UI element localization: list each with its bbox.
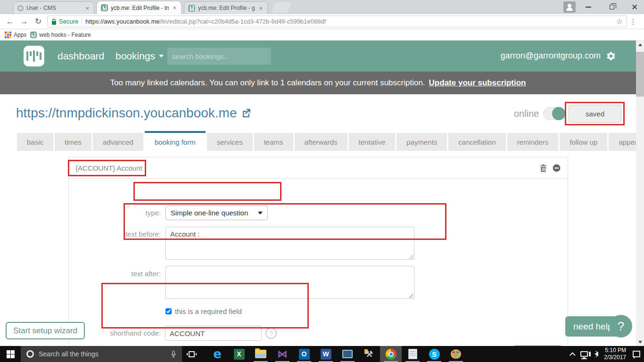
text-before-textarea[interactable]: Account : (165, 227, 414, 260)
browser-tab-edit-profile-tnm[interactable]: ycb.me: Edit Profile - tnm × (97, 1, 181, 14)
start-button[interactable] (0, 346, 21, 362)
tab-afterwards[interactable]: afterwards (295, 133, 347, 151)
tab-teams[interactable]: teams (254, 133, 293, 151)
url-field[interactable]: Secure https://aws.youcanbook.me/lin/edi… (47, 16, 627, 27)
volume-icon[interactable] (594, 352, 598, 356)
tab-close-icon[interactable]: × (84, 5, 90, 12)
secure-badge[interactable]: Secure (51, 18, 78, 25)
collapse-minus-icon[interactable] (552, 164, 561, 173)
taskbar-console-icon[interactable] (337, 346, 358, 362)
network-icon[interactable] (580, 351, 588, 357)
tab-reminders[interactable]: reminders (507, 133, 559, 151)
window-close-button[interactable]: ✕ (625, 0, 644, 14)
lock-icon (51, 18, 57, 25)
type-label: type: (95, 209, 161, 217)
search-input[interactable] (172, 52, 266, 60)
taskbar-edge-icon[interactable]: e (206, 346, 228, 362)
tab-appearance[interactable]: appearance (609, 133, 636, 151)
text-after-textarea[interactable] (165, 266, 414, 299)
browser-tab-title: ycb.me: Edit Profile - tnm (111, 5, 169, 11)
new-tab-button[interactable] (272, 2, 291, 13)
browser-tab-edit-profile-gar[interactable]: ycb.me: Edit Profile - gar × (184, 1, 268, 14)
taskbar-word-icon[interactable]: W (315, 346, 337, 362)
trash-icon[interactable] (539, 164, 547, 173)
tab-payments[interactable]: payments (396, 133, 447, 151)
taskbar-chrome-icon[interactable] (380, 346, 402, 362)
taskbar-excel-icon[interactable]: X (228, 346, 250, 362)
text-before-label: text before: (95, 230, 161, 238)
tab-cancellation[interactable]: cancellation (448, 133, 505, 151)
tray-chevron-up-icon[interactable] (570, 352, 576, 358)
bookmark-web-hooks[interactable]: web hooks - Feature (30, 32, 91, 38)
account-email[interactable]: garron@garrontgroup.com (501, 51, 601, 61)
tab-services[interactable]: services (207, 133, 253, 151)
text-after-label: text after: (95, 270, 161, 278)
nav-bookings[interactable]: bookings (116, 50, 164, 62)
apps-shortcut[interactable]: Apps (5, 32, 26, 38)
microphone-icon[interactable] (171, 350, 176, 358)
scroll-down-icon[interactable] (636, 338, 644, 346)
profile-avatar-icon[interactable] (563, 1, 576, 13)
saved-button[interactable]: saved (569, 105, 621, 123)
need-help-button[interactable]: need help ? (565, 316, 621, 337)
browser-scrollbar[interactable] (636, 41, 644, 346)
online-toggle[interactable] (543, 107, 566, 120)
browser-tab-title: ycb.me: Edit Profile - gar (198, 5, 255, 11)
action-center-icon[interactable] (633, 351, 640, 357)
clock-time: 5:10 PM (604, 347, 626, 354)
browser-menu-icon[interactable]: ⋮ (627, 17, 639, 26)
gear-icon[interactable] (606, 51, 616, 61)
window-restore-button[interactable] (603, 0, 621, 14)
cms-favicon-icon (17, 5, 24, 11)
tab-close-icon[interactable]: × (172, 4, 177, 11)
taskbar-skype-icon[interactable]: S (423, 346, 445, 362)
nav-dashboard[interactable]: dashboard (58, 50, 104, 62)
scroll-up-icon[interactable] (636, 41, 644, 49)
taskbar-visual-studio-icon[interactable]: ⋈ (272, 346, 293, 362)
help-question-icon[interactable]: ? (265, 328, 277, 339)
taskbar-notepad-icon[interactable] (402, 346, 423, 362)
booking-page-url[interactable]: https://tnmpdickinson.youcanbook.me (16, 106, 252, 121)
window-minimize-button[interactable] (579, 0, 598, 14)
tab-advanced[interactable]: advanced (93, 133, 143, 151)
taskbar-outlook-icon[interactable]: O (293, 346, 315, 362)
start-setup-wizard-button[interactable]: Start setup wizard (6, 322, 85, 339)
taskbar-clock[interactable]: 5:10 PM 2/3/2017 (604, 347, 626, 361)
settings-tab-strip: basic times advanced booking form servic… (17, 131, 625, 151)
cortana-placeholder: Search all the things (39, 350, 166, 358)
site-header: dashboard bookings garron@garrontgroup.c… (0, 41, 636, 72)
scrollbar-thumb[interactable] (636, 52, 644, 97)
task-view-button[interactable] (182, 346, 201, 362)
tab-close-icon[interactable]: × (258, 5, 264, 12)
browser-tab-title: User - CMS (26, 5, 82, 11)
tab-tentative[interactable]: tentative (349, 133, 396, 151)
reload-icon[interactable]: ↻ (31, 16, 45, 26)
tab-follow-up[interactable]: follow up (560, 133, 607, 151)
apps-grid-icon (5, 32, 11, 38)
back-icon[interactable]: ← (3, 17, 17, 26)
windows-taskbar: Search all the things e X ⋈ O W ⚒ S 5:10… (0, 346, 644, 362)
external-link-icon[interactable] (240, 107, 252, 119)
type-select[interactable]: Simple one-line question (165, 206, 268, 220)
page-content: dashboard bookings garron@garrontgroup.c… (0, 41, 636, 346)
tab-basic[interactable]: basic (17, 133, 53, 151)
question-title: {ACCOUNT} Account : (75, 164, 146, 172)
bookmark-star-icon[interactable]: ☆ (616, 17, 623, 26)
taskbar-admin-tools-icon[interactable]: ⚒ (358, 346, 380, 362)
forward-icon[interactable]: → (17, 17, 31, 26)
alert-message: Too many linked calendars. You can only … (110, 78, 425, 88)
cortana-search-box[interactable]: Search all the things (21, 346, 182, 362)
update-subscription-link[interactable]: Update your subscription (429, 78, 526, 88)
help-question-bubble-icon: ? (610, 315, 632, 337)
browser-tab-user-cms[interactable]: User - CMS × (13, 1, 94, 14)
tab-times[interactable]: times (55, 133, 91, 151)
bookings-search-box[interactable] (167, 48, 271, 65)
ycb-logo-icon[interactable] (24, 46, 44, 66)
taskbar-file-explorer-icon[interactable] (250, 346, 272, 362)
taskbar-paint-icon[interactable] (445, 346, 467, 362)
required-checkbox[interactable] (165, 308, 172, 314)
tab-booking-form[interactable]: booking form (145, 131, 206, 151)
ycb-favicon-icon (30, 32, 37, 38)
toggle-knob (552, 107, 565, 120)
shorthand-code-input[interactable] (165, 326, 262, 341)
